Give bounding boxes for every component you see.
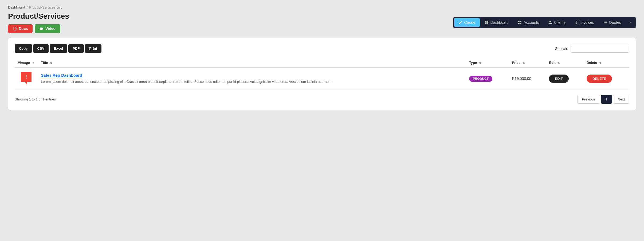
navbar: Create Dashboard Accounts Clients bbox=[453, 17, 636, 28]
product-icon-container: ! bbox=[18, 71, 34, 86]
product-image-cell: ! bbox=[15, 68, 38, 90]
next-button[interactable]: Next bbox=[613, 95, 629, 104]
product-type-cell: PRODUCT bbox=[466, 68, 509, 90]
sort-icon-image[interactable]: ▼ bbox=[32, 61, 34, 64]
warning-icon: ! bbox=[20, 71, 33, 86]
col-edit: Edit ⇅ bbox=[546, 58, 583, 68]
video-label: Video bbox=[45, 26, 56, 31]
csv-button[interactable]: CSV bbox=[33, 44, 49, 53]
breadcrumb-separator: / bbox=[27, 5, 28, 9]
breadcrumb-home[interactable]: Dashboard bbox=[8, 5, 25, 9]
pagination-area: Showing 1 to 1 of 1 entries Previous 1 N… bbox=[15, 95, 629, 104]
breadcrumb-current: Product/Services List bbox=[29, 5, 62, 9]
docs-label: Docs bbox=[19, 26, 28, 31]
print-button[interactable]: Print bbox=[85, 44, 101, 53]
chevron-down-icon bbox=[629, 20, 632, 24]
list-icon bbox=[603, 20, 607, 25]
delete-button[interactable]: DELETE bbox=[587, 75, 612, 83]
col-price: Price ⇅ bbox=[509, 58, 546, 68]
document-icon bbox=[13, 26, 17, 31]
nav-label-dashboard: Dashboard bbox=[490, 20, 509, 25]
table-header-row: #Image ▼ Title ⇅ Type ⇅ Price ⇅ Edit ⇅ bbox=[15, 58, 629, 68]
sort-icon-type[interactable]: ⇅ bbox=[479, 61, 481, 64]
product-description: Lorem ipsum dolor sit amet, consectetur … bbox=[41, 79, 462, 84]
action-buttons: Docs Video bbox=[8, 24, 69, 33]
copy-button[interactable]: Copy bbox=[15, 44, 32, 53]
nav-item-invoices[interactable]: Invoices bbox=[570, 18, 598, 27]
video-button[interactable]: Video bbox=[35, 24, 60, 33]
toolbar: Copy CSV Excel PDF Print Search: bbox=[15, 44, 629, 53]
nav-label-invoices: Invoices bbox=[580, 20, 594, 25]
excel-button[interactable]: Excel bbox=[50, 44, 67, 53]
product-title-link[interactable]: Sales Rep Dashboard bbox=[41, 73, 462, 77]
product-price: R19,000.00 bbox=[512, 76, 531, 81]
product-delete-cell: DELETE bbox=[583, 68, 629, 90]
product-type-badge: PRODUCT bbox=[469, 76, 492, 82]
pagination-controls: Previous 1 Next bbox=[577, 95, 629, 104]
search-input[interactable] bbox=[571, 45, 629, 53]
page-1-button[interactable]: 1 bbox=[601, 95, 612, 104]
person-icon bbox=[548, 20, 552, 25]
nav-label-quotes: Quotes bbox=[609, 20, 621, 25]
nav-dropdown-button[interactable] bbox=[626, 18, 635, 27]
col-delete: Delete ⇅ bbox=[583, 58, 629, 68]
sort-icon-delete[interactable]: ⇅ bbox=[599, 61, 601, 64]
product-info-cell: Sales Rep Dashboard Lorem ipsum dolor si… bbox=[38, 68, 466, 90]
page-title: Product/Services bbox=[8, 12, 69, 21]
sort-icon-price[interactable]: ⇅ bbox=[523, 61, 525, 64]
nav-label-create: Create bbox=[464, 20, 476, 25]
product-edit-cell: EDIT bbox=[546, 68, 583, 90]
nav-item-accounts[interactable]: Accounts bbox=[513, 18, 543, 27]
search-label: Search: bbox=[555, 46, 568, 51]
top-bar: Product/Services Docs Video Create bbox=[8, 12, 636, 33]
main-card: Copy CSV Excel PDF Print Search: #Image … bbox=[8, 38, 636, 110]
previous-button[interactable]: Previous bbox=[577, 95, 600, 104]
products-table: #Image ▼ Title ⇅ Type ⇅ Price ⇅ Edit ⇅ bbox=[15, 58, 629, 90]
money-icon bbox=[575, 20, 579, 25]
nav-label-accounts: Accounts bbox=[524, 20, 539, 25]
col-image: #Image ▼ bbox=[15, 58, 38, 68]
nav-label-clients: Clients bbox=[554, 20, 566, 25]
nav-item-create[interactable]: Create bbox=[454, 18, 480, 27]
sort-icon-title[interactable]: ⇅ bbox=[50, 61, 52, 64]
col-title: Title ⇅ bbox=[38, 58, 466, 68]
edit-button[interactable]: EDIT bbox=[549, 75, 569, 83]
search-area: Search: bbox=[555, 45, 629, 53]
docs-button[interactable]: Docs bbox=[8, 24, 33, 33]
title-and-buttons: Product/Services Docs Video bbox=[8, 12, 69, 33]
nav-item-quotes[interactable]: Quotes bbox=[599, 18, 625, 27]
showing-text: Showing 1 to 1 of 1 entries bbox=[15, 97, 56, 101]
chart-icon bbox=[485, 20, 489, 25]
table-row: ! Sales Rep Dashboard Lorem ipsum dolor … bbox=[15, 68, 629, 90]
col-type: Type ⇅ bbox=[466, 58, 509, 68]
breadcrumb: Dashboard / Product/Services List bbox=[8, 5, 636, 9]
grid-icon bbox=[518, 20, 522, 25]
edit-icon bbox=[458, 20, 463, 25]
pdf-button[interactable]: PDF bbox=[68, 44, 84, 53]
nav-item-clients[interactable]: Clients bbox=[544, 18, 570, 27]
sort-icon-edit[interactable]: ⇅ bbox=[557, 61, 560, 64]
video-icon bbox=[40, 26, 44, 31]
product-price-cell: R19,000.00 bbox=[509, 68, 546, 90]
nav-item-dashboard[interactable]: Dashboard bbox=[480, 18, 513, 27]
svg-text:!: ! bbox=[25, 74, 27, 80]
